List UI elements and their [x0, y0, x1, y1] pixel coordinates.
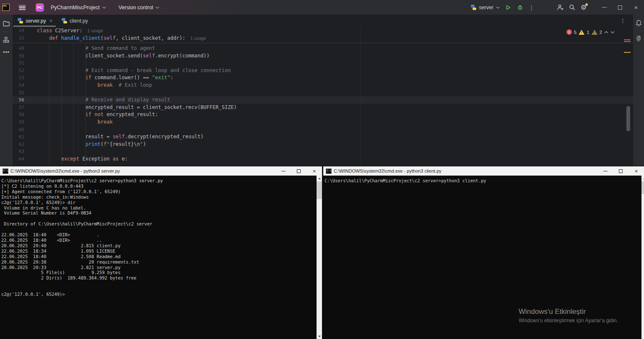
project-toolwindow-button[interactable]	[0, 17, 13, 30]
settings-notification-badge	[585, 3, 588, 6]
more-toolwindows-button[interactable]: •••	[0, 46, 13, 59]
code-line-53[interactable]: 53 if command.lower() == "exit":	[13, 74, 633, 82]
scroll-up-icon[interactable]	[641, 176, 644, 181]
line-text: encrypted_result = client_socket.recv(BU…	[37, 104, 237, 111]
tab-close-icon[interactable]: ×	[49, 18, 52, 24]
warning-count: 1	[587, 30, 589, 35]
code-line-61[interactable]: 61 result = self.decrypt(encrypted_resul…	[13, 133, 633, 141]
python-file-icon	[18, 18, 23, 23]
error-stripe-mark[interactable]	[624, 39, 631, 40]
line-number: 54	[13, 82, 24, 89]
code-line-50[interactable]: 50 client_socket.send(self.encrypt(comma…	[13, 52, 633, 60]
version-control-menu[interactable]: Version control	[116, 3, 162, 12]
search-everywhere-button[interactable]	[566, 2, 578, 13]
console-minimize-button[interactable]	[597, 166, 613, 176]
chevron-down-icon	[496, 6, 500, 9]
console-maximize-button[interactable]	[291, 166, 306, 176]
console-output[interactable]: C:\Users\halil\PyCharmMiscProject\c2 ser…	[323, 176, 644, 339]
cmd-titlebar[interactable]: C:\ C:\WINDOWS\system32\cmd.exe - python…	[323, 166, 644, 176]
inspection-widget[interactable]: ! 5 1 2	[565, 29, 616, 35]
window-maximize-button[interactable]	[612, 0, 628, 15]
console-close-button[interactable]: ×	[306, 166, 322, 176]
bug-icon	[517, 4, 523, 10]
code-line-51[interactable]: 51	[13, 60, 633, 67]
line-number: 55	[13, 89, 24, 97]
warning-stripe-mark[interactable]	[624, 52, 631, 53]
console-maximize-button[interactable]	[613, 166, 628, 176]
scrollbar-thumb[interactable]	[317, 181, 322, 199]
line-number: 32	[13, 34, 24, 42]
more-actions-button[interactable]: ⋮	[526, 2, 538, 13]
usage-hint[interactable]: 1 usage	[190, 36, 206, 41]
line-text: except Exception as e:	[37, 155, 128, 163]
debug-button[interactable]	[514, 2, 526, 13]
code-line-63[interactable]: 63	[13, 148, 633, 155]
line-number: 14	[13, 27, 24, 34]
line-text: client_socket.send(self.encrypt(command)…	[37, 52, 210, 60]
maximize-icon	[297, 169, 301, 173]
usage-hint[interactable]: 1 usage	[87, 28, 103, 33]
error-stripe-mark[interactable]	[624, 41, 631, 42]
code-line-14[interactable]: 14class C2Server:1 usage	[13, 27, 633, 34]
cmd-window-client[interactable]: C:\ C:\WINDOWS\system32\cmd.exe - python…	[323, 166, 644, 339]
weak-warning-count: 2	[600, 30, 602, 35]
ai-assistant-button[interactable]: @	[634, 33, 644, 43]
play-icon	[505, 5, 511, 10]
line-text: # Receive and display result	[37, 96, 170, 104]
console-close-button[interactable]: ×	[628, 166, 644, 176]
code-line-32[interactable]: 32 def handle_client(self, client_socket…	[13, 34, 633, 42]
editor-tab-bar: server.py × client.py ⋮	[13, 15, 633, 27]
code-with-me-button[interactable]	[554, 2, 566, 13]
code-line-64[interactable]: 64 except Exception as e:	[13, 155, 633, 163]
error-count: 5	[574, 30, 576, 35]
activate-windows-watermark: Windows'u Etkinleştir Windows'u etkinleş…	[519, 308, 618, 323]
maximize-icon	[619, 169, 623, 173]
code-line-55[interactable]: 55	[13, 89, 633, 97]
code-line-49[interactable]: 49 # Send command to agent	[13, 45, 633, 52]
maximize-icon	[618, 5, 622, 10]
code-line-60[interactable]: 60	[13, 126, 633, 134]
previous-problem-button[interactable]	[604, 31, 608, 34]
code-lines: 49 # Send command to agent50 client_sock…	[13, 45, 633, 163]
code-line-58[interactable]: 58 if not encrypted_result:	[13, 111, 633, 119]
run-configuration-selector[interactable]: server	[468, 3, 502, 12]
line-text: def handle_client(self, client_socket, a…	[37, 34, 206, 42]
line-number: 56	[13, 96, 24, 104]
tab-options-button[interactable]: ⋮	[620, 15, 626, 27]
console-scrollbar[interactable]	[317, 176, 322, 339]
pycharm-app-icon: PC	[3, 4, 10, 11]
settings-button[interactable]: ⚙	[578, 2, 589, 13]
line-text: break	[37, 119, 113, 126]
tab-client-py[interactable]: client.py	[57, 15, 92, 27]
project-selector[interactable]: PyCharmMiscProject	[48, 3, 109, 12]
run-button[interactable]	[502, 2, 514, 13]
line-number: 51	[13, 60, 24, 67]
window-close-button[interactable]: ×	[628, 0, 644, 15]
code-line-52[interactable]: 52 # Exit command - break loop and close…	[13, 67, 633, 75]
code-line-62[interactable]: 62 print(f"{result}\n")	[13, 141, 633, 148]
scroll-down-icon[interactable]	[317, 334, 322, 339]
console-text: C:\Users\halil\PyCharmMiscProject\c2 ser…	[323, 176, 644, 184]
cmd-titlebar[interactable]: C:\ C:\WINDOWS\system32\cmd.exe - python…	[0, 166, 322, 176]
next-problem-button[interactable]	[610, 31, 615, 34]
close-icon: ×	[635, 168, 638, 174]
code-line-59[interactable]: 59 break	[13, 119, 633, 126]
close-icon: ×	[634, 4, 638, 11]
editor-scrollbar[interactable]	[626, 106, 630, 131]
line-number: 52	[13, 67, 24, 75]
scrollbar-thumb[interactable]	[641, 181, 644, 194]
console-scrollbar[interactable]	[641, 176, 644, 339]
cmd-window-server[interactable]: C:\ C:\WINDOWS\system32\cmd.exe - python…	[0, 166, 322, 339]
notifications-button[interactable]	[634, 18, 644, 28]
console-output[interactable]: C:\Users\halil\PyCharmMiscProject\c2 ser…	[0, 176, 322, 339]
code-line-54[interactable]: 54 break # Exit loop	[13, 82, 633, 89]
code-line-56[interactable]: 56 # Receive and display result	[13, 96, 633, 104]
window-minimize-button[interactable]	[596, 0, 612, 15]
main-menu-icon[interactable]	[19, 5, 26, 10]
console-minimize-button[interactable]	[275, 166, 291, 176]
ai-assistant-icon: @	[636, 34, 640, 42]
structure-toolwindow-button[interactable]	[0, 34, 13, 46]
scroll-up-icon[interactable]	[317, 176, 322, 181]
tab-server-py[interactable]: server.py ×	[13, 15, 57, 27]
code-line-57[interactable]: 57 encrypted_result = client_socket.recv…	[13, 104, 633, 111]
